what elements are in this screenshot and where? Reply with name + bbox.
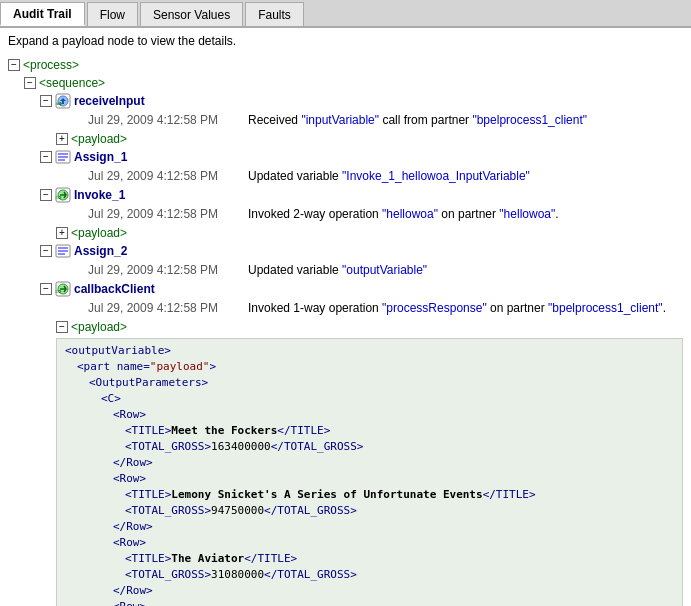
assign1-timestamp: Jul 29, 2009 4:12:58 PM — [88, 167, 248, 185]
sequence-node: − <sequence> — [8, 74, 683, 92]
xml-gross1: <TOTAL_GROSS>163400000</TOTAL_GROSS> — [65, 439, 674, 455]
assign2-label: Assign_2 — [74, 242, 127, 260]
xml-row4-open: <Row> — [65, 599, 674, 606]
receive-input-node: − ⇒ receiveInput — [8, 92, 683, 110]
assign2-message: Updated variable "outputVariable" — [248, 261, 683, 279]
xml-title1: <TITLE>Meet the Fockers</TITLE> — [65, 423, 674, 439]
tab-audit-trail[interactable]: Audit Trail — [0, 2, 85, 26]
xml-gross3: <TOTAL_GROSS>31080000</TOTAL_GROSS> — [65, 567, 674, 583]
invoke1-payload-label: <payload> — [71, 224, 127, 242]
receive-timestamp: Jul 29, 2009 4:12:58 PM — [88, 111, 248, 129]
assign1-log-row: Jul 29, 2009 4:12:58 PM Updated variable… — [8, 167, 683, 185]
invoke1-message: Invoked 2-way operation "hellowoa" on pa… — [248, 205, 683, 223]
callback-payload-node: − <payload> — [8, 318, 683, 336]
callback-timestamp: Jul 29, 2009 4:12:58 PM — [88, 299, 248, 317]
callback-log-row: Jul 29, 2009 4:12:58 PM Invoked 1-way op… — [8, 299, 683, 317]
assign1-node: − Assign_1 — [8, 148, 683, 166]
assign1-expand[interactable]: − — [40, 151, 52, 163]
xml-row3-close: </Row> — [65, 583, 674, 599]
receive-payload-node: + <payload> — [8, 130, 683, 148]
svg-rect-5 — [58, 156, 68, 158]
svg-rect-13 — [58, 253, 65, 255]
assign2-icon — [55, 243, 71, 259]
svg-text:⇒: ⇒ — [55, 193, 62, 202]
receive-log-row: Jul 29, 2009 4:12:58 PM Received "inputV… — [8, 111, 683, 129]
xml-line-1: <outputVariable> — [65, 343, 674, 359]
receive-icon: ⇒ — [55, 93, 71, 109]
xml-row1-close: </Row> — [65, 455, 674, 471]
assign2-expand[interactable]: − — [40, 245, 52, 257]
process-expand[interactable]: − — [8, 59, 20, 71]
xml-row2-close: </Row> — [65, 519, 674, 535]
callback-expand[interactable]: − — [40, 283, 52, 295]
xml-title3: <TITLE>The Aviator</TITLE> — [65, 551, 674, 567]
xml-line-4: <C> — [65, 391, 674, 407]
xml-row3-open: <Row> — [65, 535, 674, 551]
xml-content-area: <outputVariable> <part name="payload"> <… — [56, 338, 683, 606]
callback-icon: ⇒ — [55, 281, 71, 297]
callback-payload-label: <payload> — [71, 318, 127, 336]
tab-bar: Audit Trail Flow Sensor Values Faults — [0, 0, 691, 28]
svg-rect-11 — [58, 247, 68, 249]
assign2-node: − Assign_2 — [8, 242, 683, 260]
xml-gross2: <TOTAL_GROSS>94750000</TOTAL_GROSS> — [65, 503, 674, 519]
tab-faults[interactable]: Faults — [245, 2, 304, 26]
callback-message: Invoked 1-way operation "processResponse… — [248, 299, 683, 317]
invoke1-payload-node: + <payload> — [8, 224, 683, 242]
svg-text:⇒: ⇒ — [56, 100, 62, 107]
receive-expand[interactable]: − — [40, 95, 52, 107]
receive-payload-label: <payload> — [71, 130, 127, 148]
audit-trail-tree: − <process> − <sequence> − ⇒ receiveInpu… — [8, 56, 683, 606]
tab-sensor-values[interactable]: Sensor Values — [140, 2, 243, 26]
assign1-message: Updated variable "Invoke_1_hellowoa_Inpu… — [248, 167, 683, 185]
xml-row2-open: <Row> — [65, 471, 674, 487]
receive-input-label: receiveInput — [74, 92, 145, 110]
invoke1-log-row: Jul 29, 2009 4:12:58 PM Invoked 2-way op… — [8, 205, 683, 223]
xml-line-3: <OutputParameters> — [65, 375, 674, 391]
invoke1-expand[interactable]: − — [40, 189, 52, 201]
receive-payload-expand[interactable]: + — [56, 133, 68, 145]
assign1-icon — [55, 149, 71, 165]
callback-node: − ⇒ callbackClient — [8, 280, 683, 298]
main-content: Expand a payload node to view the detail… — [0, 28, 691, 606]
xml-line-2: <part name="payload"> — [65, 359, 674, 375]
assign1-label: Assign_1 — [74, 148, 127, 166]
callback-label: callbackClient — [74, 280, 155, 298]
instruction-text: Expand a payload node to view the detail… — [8, 34, 683, 48]
svg-rect-6 — [58, 159, 65, 161]
sequence-expand[interactable]: − — [24, 77, 36, 89]
invoke1-label: Invoke_1 — [74, 186, 125, 204]
svg-text:⇒: ⇒ — [55, 287, 62, 296]
invoke1-payload-expand[interactable]: + — [56, 227, 68, 239]
xml-title2: <TITLE>Lemony Snicket's A Series of Unfo… — [65, 487, 674, 503]
sequence-label: <sequence> — [39, 74, 105, 92]
tab-flow[interactable]: Flow — [87, 2, 138, 26]
assign2-log-row: Jul 29, 2009 4:12:58 PM Updated variable… — [8, 261, 683, 279]
xml-row1-open: <Row> — [65, 407, 674, 423]
invoke1-icon: ⇒ — [55, 187, 71, 203]
invoke1-timestamp: Jul 29, 2009 4:12:58 PM — [88, 205, 248, 223]
receive-message: Received "inputVariable" call from partn… — [248, 111, 683, 129]
invoke1-node: − ⇒ Invoke_1 — [8, 186, 683, 204]
process-label: <process> — [23, 56, 79, 74]
app-container: Audit Trail Flow Sensor Values Faults Ex… — [0, 0, 691, 606]
assign2-timestamp: Jul 29, 2009 4:12:58 PM — [88, 261, 248, 279]
svg-rect-12 — [58, 250, 68, 252]
process-node: − <process> — [8, 56, 683, 74]
callback-payload-expand[interactable]: − — [56, 321, 68, 333]
svg-rect-4 — [58, 153, 68, 155]
